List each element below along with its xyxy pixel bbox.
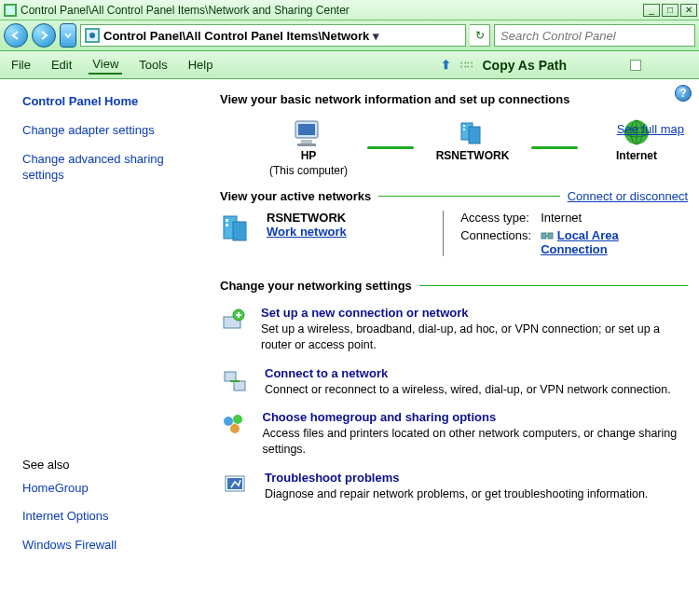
setting-connect-network[interactable]: Connect to a network Connect or reconnec… [220, 366, 688, 398]
map-node-network: RSNETWORK [421, 117, 524, 178]
setting-desc: Set up a wireless, broadband, dial-up, a… [261, 322, 688, 353]
setting-desc: Access files and printers located on oth… [263, 426, 688, 458]
svg-rect-25 [234, 381, 245, 390]
see-also-heading: See also [22, 458, 201, 472]
access-type-label: Access type: [460, 211, 531, 225]
new-connection-icon [220, 308, 246, 353]
address-bar[interactable]: Control Panel\All Control Panel Items\Ne… [80, 24, 466, 47]
active-network-block: RSNETWORK Work network Access type: Inte… [220, 211, 688, 256]
minimize-button[interactable]: _ [643, 4, 660, 17]
setting-desc: Diagnose and repair network problems, or… [265, 486, 648, 502]
svg-rect-21 [548, 233, 553, 239]
access-type-value: Internet [541, 211, 688, 225]
active-network-type[interactable]: Work network [267, 225, 347, 239]
setting-homegroup[interactable]: Choose homegroup and sharing options Acc… [220, 410, 688, 458]
network-icon [454, 117, 491, 147]
map-node-computer: HP (This computer) [257, 117, 360, 178]
left-sidebar: Control Panel Home Change adapter settin… [0, 79, 220, 576]
maximize-button[interactable]: □ [662, 4, 678, 17]
up-arrow-icon: ⬆ [441, 58, 451, 72]
svg-rect-19 [226, 224, 228, 226]
connect-network-icon [222, 368, 248, 398]
arrow-left-icon [10, 30, 21, 41]
map-connection-line [367, 146, 414, 149]
sidebar-windows-firewall[interactable]: Windows Firewall [22, 538, 201, 554]
menu-tools[interactable]: Tools [135, 56, 171, 74]
page-heading: View your basic network information and … [220, 92, 688, 106]
setting-title: Set up a new connection or network [261, 306, 688, 320]
content-area: ? Control Panel Home Change adapter sett… [0, 79, 699, 576]
toolbar-extra-icon[interactable] [630, 60, 641, 71]
svg-point-4 [89, 33, 95, 38]
troubleshoot-icon [222, 472, 248, 502]
sidebar-homegroup[interactable]: HomeGroup [22, 481, 201, 497]
setting-desc: Connect or reconnect to a wireless, wire… [265, 382, 671, 398]
connect-disconnect-link[interactable]: Connect or disconnect [568, 189, 688, 203]
map-node-sublabel: (This computer) [269, 164, 348, 177]
copy-as-path-toolbar[interactable]: ⬆ ∷∷ Copy As Path [441, 58, 568, 73]
svg-rect-7 [301, 140, 312, 144]
svg-rect-11 [463, 125, 465, 127]
menu-edit[interactable]: Edit [48, 56, 75, 74]
computer-icon [290, 117, 327, 147]
menu-bar: File Edit View Tools Help ⬆ ∷∷ Copy As P… [0, 51, 699, 79]
setting-title: Choose homegroup and sharing options [263, 410, 688, 424]
svg-rect-1 [6, 6, 15, 15]
forward-button[interactable] [32, 23, 56, 48]
map-node-label: Internet [616, 149, 657, 162]
see-full-map-link[interactable]: See full map [617, 122, 684, 136]
svg-rect-17 [233, 222, 246, 240]
main-panel: View your basic network information and … [220, 79, 699, 576]
navigation-bar: Control Panel\All Control Panel Items\Ne… [0, 21, 699, 51]
map-node-label: RSNETWORK [436, 149, 510, 162]
svg-rect-30 [227, 478, 242, 489]
help-icon[interactable]: ? [675, 85, 692, 102]
menu-view[interactable]: View [89, 55, 122, 75]
svg-rect-24 [225, 372, 236, 381]
title-bar: Control Panel\All Control Panel Items\Ne… [0, 0, 699, 21]
history-dropdown[interactable] [60, 23, 76, 48]
breadcrumb-dropdown-icon[interactable]: ▾ [373, 29, 379, 43]
control-panel-icon [4, 4, 17, 17]
svg-point-27 [233, 415, 242, 424]
svg-rect-20 [541, 233, 546, 239]
active-network-name: RSNETWORK [267, 211, 347, 225]
setting-setup-connection[interactable]: Set up a new connection or network Set u… [220, 306, 688, 353]
menu-help[interactable]: Help [185, 56, 217, 74]
window-buttons: _ □ ✕ [641, 4, 697, 17]
sidebar-control-panel-home[interactable]: Control Panel Home [22, 94, 201, 110]
svg-rect-12 [463, 129, 465, 130]
network-building-icon [220, 211, 254, 244]
svg-point-28 [230, 424, 240, 433]
map-connection-line [531, 146, 578, 149]
svg-rect-6 [298, 124, 315, 135]
connections-label: Connections: [460, 228, 531, 242]
refresh-button[interactable]: ↻ [470, 24, 490, 47]
homegroup-icon [221, 412, 247, 458]
chevron-down-icon [64, 32, 72, 39]
map-node-label: HP [301, 149, 317, 162]
control-panel-icon [85, 28, 100, 43]
svg-rect-8 [297, 144, 316, 146]
active-networks-heading: View your active networks Connect or dis… [220, 189, 688, 203]
svg-rect-10 [469, 127, 480, 144]
sidebar-change-advanced[interactable]: Change advanced sharing settings [22, 152, 201, 184]
setting-title: Connect to a network [265, 366, 671, 380]
refresh-icon: ↻ [475, 29, 485, 42]
window-title: Control Panel\All Control Panel Items\Ne… [21, 4, 350, 17]
back-button[interactable] [4, 23, 28, 48]
arrow-right-icon [38, 30, 49, 41]
section-title: View your active networks [220, 189, 371, 203]
sidebar-internet-options[interactable]: Internet Options [22, 509, 201, 525]
ethernet-icon [541, 230, 554, 241]
sidebar-change-adapter[interactable]: Change adapter settings [22, 123, 201, 139]
setting-troubleshoot[interactable]: Troubleshoot problems Diagnose and repai… [220, 471, 688, 502]
grip-icon: ∷∷ [460, 60, 473, 70]
setting-title: Troubleshoot problems [265, 471, 648, 485]
close-button[interactable]: ✕ [680, 4, 697, 17]
menu-file[interactable]: File [7, 56, 34, 74]
copy-as-path-label: Copy As Path [483, 58, 568, 73]
settings-list: Set up a new connection or network Set u… [220, 306, 688, 502]
search-input[interactable] [494, 24, 695, 47]
change-settings-heading: Change your networking settings [220, 279, 688, 293]
